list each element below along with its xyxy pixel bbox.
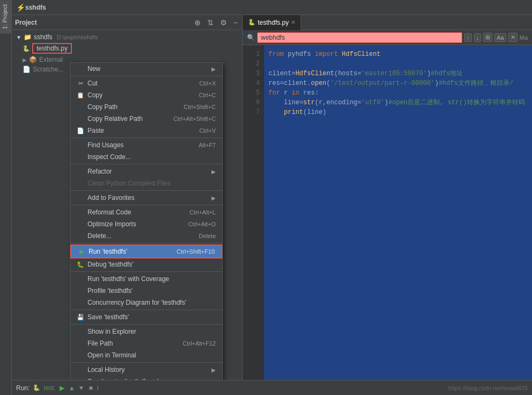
layout-icon[interactable]: ⇅: [206, 17, 215, 28]
separator-6: [70, 243, 222, 243]
run-up-btn[interactable]: ▲: [69, 384, 75, 392]
separator-8: [70, 310, 222, 310]
run-down-btn[interactable]: ▼: [78, 384, 85, 392]
ctx-run[interactable]: ▶ Run 'testhdfs' Ctrl+Shift+F10: [70, 245, 222, 258]
debug-icon: 🐛: [77, 261, 84, 268]
context-menu: New ▶ ✂ Cut Ctrl+X 📋 Copy Ctrl+C: [70, 62, 223, 380]
code-line-4: res=client.open('/test/output/part-r-000…: [268, 78, 528, 88]
ctx-add-favorites[interactable]: Add to Favorites ▶: [70, 192, 222, 204]
app-title: sshdfs: [25, 4, 46, 11]
separator-5: [70, 205, 222, 205]
ctx-save[interactable]: 💾 Save 'testhdfs': [70, 311, 222, 323]
arrow-icon: ▼: [16, 34, 21, 40]
watermark: https://blog.csdn.net/suwai825: [448, 385, 528, 391]
sidebar-title: Project: [15, 19, 189, 26]
code-line-6: line=str(r,encoding='utf8')#open后是二进制, s…: [268, 98, 528, 107]
project-tab[interactable]: 1: Project: [0, 0, 11, 33]
settings-icon[interactable]: ⚙: [219, 17, 228, 28]
editor: 🐍 testhdfs.py ✕ 🔍 ↑ ↓ ⊞ Aa ✕ Ma: [243, 15, 532, 380]
ctx-copy[interactable]: 📋 Copy Ctrl+C: [70, 89, 222, 101]
save-icon: 💾: [77, 314, 84, 321]
ctx-new[interactable]: New ▶: [70, 63, 222, 75]
tree-file-testhdfs[interactable]: 🐍 testhdfs.py: [12, 42, 242, 55]
ctx-optimize-imports[interactable]: Optimize Imports Ctrl+Alt+O: [70, 218, 222, 230]
search-next-btn[interactable]: ↓: [474, 33, 482, 42]
run-label: Run:: [16, 384, 30, 392]
sidebar-toolbar: Project ⊕ ⇅ ⚙ −: [12, 15, 242, 30]
run-more-btn[interactable]: i: [97, 384, 99, 392]
search-options-btn[interactable]: Aa: [494, 33, 506, 42]
tab-label: testhdfs.py: [258, 19, 289, 26]
top-bar: ⚡ sshdfs: [12, 0, 532, 15]
ctx-copy-rel-path[interactable]: Copy Relative Path Ctrl+Alt+Shift+C: [70, 113, 222, 125]
separator-2: [70, 138, 222, 138]
left-tab-strip: 1: Project: [0, 0, 12, 395]
ctx-concurrency[interactable]: Concurrency Diagram for 'testhdfs': [70, 297, 222, 308]
separator-7: [70, 271, 222, 272]
ctx-cut[interactable]: ✂ Cut Ctrl+X: [70, 77, 222, 89]
scratches-icon: 📄: [23, 66, 31, 73]
python-icon: 🐍: [23, 45, 30, 52]
code-area[interactable]: 1 2 3 4 5 6 7 from pyhdfs import HdfsCli…: [243, 45, 532, 380]
ctx-show-explorer[interactable]: Show in Explorer: [70, 326, 222, 337]
search-close-btn[interactable]: ✕: [508, 33, 518, 42]
tab-close-icon[interactable]: ✕: [291, 19, 295, 25]
ctx-run-coverage[interactable]: Run 'testhdfs' with Coverage: [70, 273, 222, 285]
search-input[interactable]: [257, 32, 462, 43]
run-play-btn[interactable]: ▶: [60, 384, 64, 392]
scratches-label: Scratche...: [33, 66, 63, 73]
search-prev-btn[interactable]: ↑: [464, 33, 472, 42]
copy-icon: 📋: [77, 92, 84, 99]
external-icon: 📦: [29, 56, 37, 63]
code-line-2: [268, 59, 528, 69]
python-tab-icon: 🐍: [248, 19, 256, 26]
ctx-file-path[interactable]: File Path Ctrl+Alt+F12: [70, 337, 222, 349]
ctx-paste[interactable]: 📄 Paste Ctrl+V: [70, 125, 222, 137]
sidebar: Project ⊕ ⇅ ⚙ − ▼ 📁 sshdfs D:\pvpro\sshd…: [12, 15, 243, 380]
search-icon: 🔍: [247, 34, 255, 41]
search-bar: 🔍 ↑ ↓ ⊞ Aa ✕ Ma: [243, 30, 532, 45]
code-content[interactable]: from pyhdfs import HdfsClient client=Hdf…: [264, 45, 532, 380]
ctx-open-terminal[interactable]: Open in Terminal: [70, 349, 222, 361]
sync-icon[interactable]: ⊕: [193, 17, 202, 28]
arrow-icon-ext: ▶: [23, 57, 27, 63]
ctx-inspect-code[interactable]: Inspect Code...: [70, 151, 222, 163]
separator-4: [70, 190, 222, 191]
run-filename: test: [43, 384, 54, 392]
code-line-3: client=HdfsClient(hosts='master105:50070…: [268, 69, 528, 78]
code-line-7: print(line): [268, 107, 528, 117]
ctx-reformat[interactable]: Reformat Code Ctrl+Alt+L: [70, 206, 222, 218]
minimize-icon[interactable]: −: [232, 17, 239, 28]
run-stop-btn[interactable]: ■: [89, 384, 92, 392]
ctx-debug[interactable]: 🐛 Debug 'testhdfs': [70, 258, 222, 270]
run-filename-icon: 🐍: [33, 384, 40, 391]
ctx-find-usages[interactable]: Find Usages Alt+F7: [70, 139, 222, 151]
external-label: External: [39, 56, 63, 63]
run-icon: ▶: [78, 248, 85, 255]
editor-tab-testhdfs[interactable]: 🐍 testhdfs.py ✕: [243, 15, 301, 30]
ctx-refactor[interactable]: Refactor ▶: [70, 166, 222, 177]
editor-tab-bar: 🐍 testhdfs.py ✕: [243, 15, 532, 30]
separator-3: [70, 164, 222, 164]
app-icon: ⚡: [16, 3, 25, 12]
ctx-synchronize[interactable]: Synchronize 'testhdfs.py': [70, 376, 222, 380]
run-bar: Run: 🐍 test ▶ ▲ ▼ ■ i https://blog.csdn.…: [12, 380, 532, 395]
tree-file-label: testhdfs.py: [32, 43, 72, 54]
search-filter-btn[interactable]: ⊞: [483, 33, 492, 42]
line-numbers: 1 2 3 4 5 6 7: [243, 45, 264, 380]
tree-root-label: sshdfs: [34, 33, 53, 41]
ctx-local-history[interactable]: Local History ▶: [70, 364, 222, 376]
tree-root[interactable]: ▼ 📁 sshdfs D:\pvpro\sshdfs: [12, 32, 242, 42]
cut-icon: ✂: [77, 80, 84, 87]
code-line-5: for r in res:: [268, 88, 528, 98]
ctx-delete[interactable]: Delete... Delete: [70, 230, 222, 242]
code-line-1: from pyhdfs import HdfsClient: [268, 49, 528, 59]
ctx-clean-compiled: Clean Python Compiled Files: [70, 177, 222, 189]
separator-1: [70, 76, 222, 76]
folder-icon: 📁: [24, 33, 32, 41]
separator-10: [70, 362, 222, 363]
tree-root-path: D:\pvpro\sshdfs: [57, 34, 98, 40]
ctx-copy-path[interactable]: Copy Path Ctrl+Shift+C: [70, 101, 222, 113]
ctx-profile[interactable]: Profile 'testhdfs': [70, 285, 222, 297]
separator-9: [70, 324, 222, 325]
